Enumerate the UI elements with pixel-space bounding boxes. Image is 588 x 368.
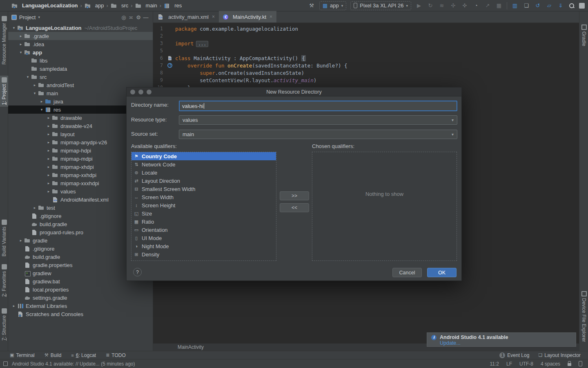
chosen-qualifiers-list[interactable]: Nothing to show	[312, 152, 457, 261]
chevron-collapsed-icon[interactable]: ▸	[45, 132, 52, 136]
directory-name-input[interactable]: values-hi	[179, 101, 457, 111]
qualifier-ratio[interactable]: ▦Ratio	[131, 218, 276, 226]
available-qualifiers-list[interactable]: ⚑Country Code⇅Network Code⊚Locale⇄Layout…	[131, 152, 276, 261]
project-panel-title[interactable]: Project	[19, 14, 36, 20]
minimize-icon[interactable]	[138, 90, 143, 94]
update-notification[interactable]: i Android Studio 4.1 available Update...	[427, 332, 576, 347]
layout-inspector-button[interactable]: ❏ Layout Inspector	[538, 352, 581, 358]
qualifier-touch-screen[interactable]: ▤Touch Screen	[131, 258, 276, 261]
stripe-item--structure[interactable]: 7: Structure	[0, 307, 8, 342]
chevron-collapsed-icon[interactable]: ▸	[38, 99, 45, 103]
tree-row-settings-gradle[interactable]: settings.gradle	[8, 294, 153, 302]
chevron-expanded-icon[interactable]: ▾	[38, 108, 45, 112]
help-button[interactable]: ?	[133, 268, 142, 276]
stripe-item-resource-manager[interactable]: Resource Manager	[0, 14, 8, 66]
caret-position[interactable]: 11:2	[490, 361, 499, 367]
toolwindow-button-build[interactable]: ⚒Build	[45, 352, 62, 358]
layout-inspector-icon[interactable]: ❏	[523, 2, 530, 9]
tree-row-sampledata[interactable]: sampledata	[8, 65, 153, 73]
chevron-collapsed-icon[interactable]: ▸	[31, 206, 38, 210]
file-encoding[interactable]: UTF-8	[519, 361, 533, 367]
tree-row--idea[interactable]: ▸.idea	[8, 40, 153, 48]
tree-row-src[interactable]: ▾src	[8, 73, 153, 81]
status-message[interactable]: Android Studio 4.1 available: // Update.…	[12, 361, 135, 367]
run-configuration-select[interactable]: ▩ app ▾	[319, 1, 346, 10]
chevron-expanded-icon[interactable]: ▾	[31, 91, 38, 95]
chevron-collapsed-icon[interactable]: ▸	[45, 116, 52, 120]
tree-row-languagelocalization[interactable]: ▾LanguageLocalization~/AndroidStudioProj…	[8, 24, 153, 32]
tree-row-external-libraries[interactable]: ▸External Libraries	[8, 302, 153, 310]
chevron-collapsed-icon[interactable]: ▸	[18, 42, 24, 46]
stop-icon[interactable]: ▦	[495, 2, 503, 9]
window-controls[interactable]	[130, 90, 151, 94]
sdk-manager-icon[interactable]: ⇓	[557, 2, 564, 9]
settings-gear-icon[interactable]: ⚙	[135, 14, 142, 20]
chevron-collapsed-icon[interactable]: ▸	[45, 157, 52, 161]
search-everywhere-icon[interactable]	[568, 2, 575, 9]
chevron-collapsed-icon[interactable]: ▸	[18, 238, 24, 242]
tree-row-local-properties[interactable]: local.properties	[8, 285, 153, 294]
tab-mainactivity-kt[interactable]: MainActivity.kt×	[219, 11, 276, 22]
qualifier-size[interactable]: ◱Size	[131, 209, 276, 218]
toolbar-overflow-icon[interactable]	[579, 3, 585, 9]
close-icon[interactable]	[130, 90, 135, 94]
virtual-device-icon[interactable]: ▱	[546, 2, 553, 9]
chevron-down-icon[interactable]: ▾	[38, 15, 40, 19]
qualifier-orientation[interactable]: ▭Orientation	[131, 226, 276, 234]
qualifier-country-code[interactable]: ⚑Country Code	[131, 152, 276, 160]
chevron-expanded-icon[interactable]: ▾	[24, 75, 31, 79]
tree-row--gradle[interactable]: ▸.gradle	[8, 32, 153, 40]
apply-changes-icon[interactable]: ↻	[427, 2, 434, 9]
hide-panel-icon[interactable]: —	[142, 14, 149, 20]
stripe-item-device-file-explorer[interactable]: Device File Explorer	[579, 289, 588, 343]
override-method-icon[interactable]	[167, 63, 172, 68]
code-editor[interactable]: 1package com.example.languagelocalizatio…	[153, 23, 579, 91]
qualifier-density[interactable]: ⊞Density	[131, 250, 276, 258]
chevron-collapsed-icon[interactable]: ▸	[45, 173, 52, 177]
tab-activity-main-xml[interactable]: <>activity_main.xml×	[153, 11, 219, 22]
sync-gradle-icon[interactable]: ↺	[534, 2, 541, 9]
tree-row-scratches-and-consoles[interactable]: Scratches and Consoles	[8, 310, 153, 318]
indent-setting[interactable]: 4 spaces	[541, 361, 560, 367]
move-left-button[interactable]: <<	[280, 203, 309, 212]
device-manager-icon[interactable]: ▥	[511, 2, 519, 9]
chevron-collapsed-icon[interactable]: ▸	[45, 181, 52, 185]
attach-debugger-icon[interactable]: ✜	[461, 2, 468, 9]
toolwindow-button-todo[interactable]: ≣TODO	[106, 352, 126, 358]
qualifier-smallest-screen-width[interactable]: ⊟Smallest Screen Width	[131, 185, 276, 193]
breadcrumb-item-src[interactable]: src	[111, 2, 128, 9]
run-icon[interactable]: ▶	[415, 2, 423, 9]
line-ending[interactable]: LF	[506, 361, 512, 367]
qualifier-layout-direction[interactable]: ⇄Layout Direction	[131, 177, 276, 185]
readonly-lock-icon[interactable]	[568, 363, 571, 366]
chevron-collapsed-icon[interactable]: ▸	[18, 34, 24, 38]
chevron-collapsed-icon[interactable]: ▸	[45, 148, 52, 153]
breadcrumb-item-app[interactable]: app	[85, 2, 104, 9]
close-icon[interactable]: ×	[212, 14, 215, 20]
apply-changes-run-icon[interactable]: ↗	[484, 2, 491, 9]
related-layout-icon[interactable]: <>	[167, 56, 172, 61]
ok-button[interactable]: OK	[427, 268, 457, 277]
tree-row-libs[interactable]: libs	[8, 56, 153, 65]
debug-icon[interactable]: ✣	[450, 2, 457, 9]
stripe-item--favorites[interactable]: 2: Favorites	[0, 263, 8, 298]
cancel-button[interactable]: Cancel	[392, 268, 422, 277]
stripe-item--project[interactable]: 1: Project	[0, 76, 8, 107]
maximize-icon[interactable]	[147, 90, 151, 94]
qualifier-screen-width[interactable]: ↔Screen Width	[131, 193, 276, 201]
update-link[interactable]: Update...	[440, 340, 572, 346]
locate-icon[interactable]: ◎	[120, 14, 127, 20]
device-select[interactable]: Pixel 3a XL API 26 ▾	[350, 1, 411, 10]
resource-type-select[interactable]: values ▾	[179, 115, 457, 125]
qualifier-ui-mode[interactable]: ▯UI Mode	[131, 234, 276, 242]
chevron-collapsed-icon[interactable]: ▸	[11, 304, 17, 308]
chevron-collapsed-icon[interactable]: ▸	[45, 124, 52, 128]
toolwindow-button-terminal[interactable]: ▣Terminal	[10, 352, 35, 358]
chevron-expanded-icon[interactable]: ▾	[11, 26, 17, 30]
tree-row-app[interactable]: ▾app	[8, 48, 153, 56]
chevron-collapsed-icon[interactable]: ▸	[45, 165, 52, 169]
build-hammer-icon[interactable]: ⚒	[308, 2, 315, 9]
close-icon[interactable]: ×	[270, 14, 272, 20]
breadcrumb-item-main[interactable]: main	[135, 2, 157, 9]
breadcrumb-item-res[interactable]: res	[164, 2, 182, 9]
